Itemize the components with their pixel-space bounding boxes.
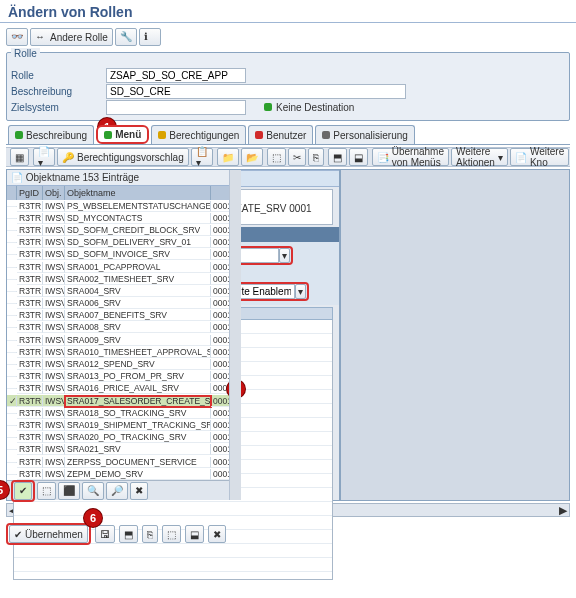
dot-icon [322,131,330,139]
group-legend: Rolle [11,48,40,59]
table-row[interactable]: ✓R3TRIWSVSRA017_SALESORDER_CREATE_SRV000… [7,395,241,407]
arrow-icon: ↔ [35,31,47,43]
table-row[interactable]: R3TRIWSVSRA009_SRV0001 [7,334,241,346]
table-row[interactable]: R3TRIWSVSRA001_PCAPPROVAL0001 [7,261,241,273]
bar-btn[interactable]: 🔎 [106,482,128,500]
table-row[interactable]: R3TRIWSVSRA018_SO_TRACKING_SRV0001 [7,407,241,419]
table-row[interactable]: R3TRIWSVSRA008_SRV0001 [7,322,241,334]
role-field[interactable] [106,68,246,83]
page-title: Ändern von Rollen [0,0,576,22]
table-row[interactable]: R3TRIWSVSRA010_TIMESHEET_APPROVAL_SRV000… [7,346,241,358]
more-node-button[interactable]: 📄Weitere Kno [510,148,569,166]
tab-berechtigungen[interactable]: Berechtigungen [151,125,246,144]
table-row[interactable]: R3TRIWSVSRA002_TIMESHEET_SRV0001 [7,273,241,285]
apply-button[interactable]: ✔ Übernehmen [9,525,88,543]
tab-label: Menü [115,129,141,140]
col-objname[interactable]: Objektname [65,186,211,200]
glasses-icon: 👓 [11,31,23,43]
band-label: Berechtigungsvorschlag [77,152,184,163]
table-row[interactable]: R3TRIWSVSRA020_PO_TRACKING_SRV0001 [7,432,241,444]
obj-head: PgIDObj.Objektname [7,186,241,200]
tab-personalisierung[interactable]: Personalisierung [315,125,415,144]
table-row[interactable]: R3TRIWSVSD_SOFM_DELIVERY_SRV_010001 [7,237,241,249]
table-row[interactable]: R3TRIWSVSRA021_SRV0001 [7,444,241,456]
table-row[interactable]: R3TRIWSVSRA019_SHIPMENT_TRACKING_SRV0001 [7,419,241,431]
col-obj[interactable]: Obj. [43,186,65,200]
menu-takeover-button[interactable]: 📑Übernahme von Menüs [372,148,449,166]
bar-btn[interactable]: ⬛ [58,482,80,500]
bar-btn[interactable]: ⬚ [37,482,56,500]
f4-button[interactable]: ▾ [279,248,290,263]
footer-btn[interactable]: ⬓ [185,525,204,543]
desc-field[interactable] [106,84,406,99]
table-row[interactable]: R3TRIWSVSRA016_PRICE_AVAIL_SRV0001 [7,383,241,395]
table-row[interactable]: R3TRIWSVZERPSS_DOCUMENT_SERVICE0001 [7,456,241,468]
band-btn[interactable]: ⬚ [267,148,286,166]
callout-5: 5 [0,481,9,499]
footer-btn[interactable]: 🖫 [95,525,115,543]
tab-label: Personalisierung [333,130,408,141]
tab-bar: Beschreibung Menü Berechtigungen Benutze… [6,125,570,145]
tab-benutzer[interactable]: Benutzer [248,125,313,144]
table-row[interactable]: R3TRIWSVSRA006_SRV0001 [7,298,241,310]
callout-6: 6 [84,509,102,527]
footer-btn[interactable]: ⬚ [162,525,181,543]
table-row[interactable]: R3TRIWSVSD_SOFM_INVOICE_SRV0001 [7,249,241,261]
band-btn[interactable]: ⎘ [308,148,324,166]
right-pane: 📄 Objektname 153 Einträge PgIDObj.Objekt… [7,170,241,500]
dest-label: Keine Destination [276,102,354,113]
dest-dot [264,102,272,113]
role-label: Rolle [11,70,106,81]
bar-btn[interactable]: 🔍 [82,482,104,500]
dot-icon [15,131,23,139]
tab-label: Berechtigungen [169,130,239,141]
band-btn[interactable]: 📂 [241,148,263,166]
obj-body[interactable]: R3TRIWSVPS_WBSELEMENTSTATUSCHANGE_SRV000… [7,200,241,480]
footer-btn[interactable]: ⬒ [119,525,138,543]
more-actions-button[interactable]: Weitere Aktionen▾ [451,148,508,166]
band-btn[interactable]: ▦ [10,148,29,166]
table-row[interactable]: R3TRIWSVSRA013_PO_FROM_PR_SRV0001 [7,371,241,383]
tool-icon: 🔧 [120,31,132,43]
other-role-label: Andere Rolle [50,32,108,43]
table-row[interactable]: R3TRIWSVSRA007_BENEFITS_SRV0001 [7,310,241,322]
other-role-button[interactable]: ↔Andere Rolle [30,28,113,46]
action-band: ▦ 📄▾ 🔑Berechtigungsvorschlag 📋▾ 📁 📂 ⬚ ✂ … [6,147,570,167]
band-btn[interactable]: ⬒ [328,148,347,166]
table-row[interactable]: R3TRIWSVPS_WBSELEMENTSTATUSCHANGE_SRV000… [7,200,241,212]
auth-proposal-button[interactable]: 🔑Berechtigungsvorschlag [57,148,189,166]
dot-icon [104,131,112,139]
table-row[interactable]: R3TRIWSVSD_MYCONTACTS0001 [7,212,241,224]
table-row[interactable]: R3TRIWSVSRA004_SRV0001 [7,285,241,297]
top-toolbar: 👓 ↔Andere Rolle 🔧 ℹ [0,26,576,48]
band-btn[interactable]: ⬓ [349,148,368,166]
toolbar-btn-b[interactable]: ℹ [139,28,161,46]
desc-label: Beschreibung [11,86,106,97]
obj-bottom-bar: ✔ ⬚ ⬛ 🔍 🔎 ✖ 5 [7,480,241,500]
col-pgid[interactable]: PgID [17,186,43,200]
close-button[interactable]: ✖ [130,482,148,500]
table-row[interactable]: R3TRIWSVSRA012_SPEND_SRV0001 [7,358,241,370]
role-group: Rolle Rolle Beschreibung ZielsystemKeine… [6,52,570,121]
tab-label: Beschreibung [26,130,87,141]
other-view-button[interactable]: 👓 [6,28,28,46]
band-btn[interactable]: 📁 [217,148,239,166]
band-btn[interactable]: 📄▾ [33,148,55,166]
scrollbar[interactable] [229,170,241,500]
table-row[interactable]: R3TRIWSVZEPM_DEMO_SRV0001 [7,468,241,480]
tab-beschreibung[interactable]: Beschreibung [8,125,94,144]
band-label: Weitere Kno [530,146,564,168]
f4-button[interactable]: ▾ [295,284,306,299]
footer-btn[interactable]: ⎘ [142,525,158,543]
footer-close-button[interactable]: ✖ [208,525,226,543]
footer-bar: ✔ Übernehmen 🖫 ⬒ ⎘ ⬚ ⬓ ✖ 6 [6,523,570,545]
toolbar-btn-a[interactable]: 🔧 [115,28,137,46]
table-row[interactable]: R3TRIWSVSD_SOFM_CREDIT_BLOCK_SRV0001 [7,224,241,236]
target-field[interactable] [106,100,246,115]
tab-menu[interactable]: Menü [96,125,149,144]
band-btn[interactable]: 📋▾ [191,148,213,166]
divider [0,22,576,23]
ok-button[interactable]: ✔ [14,482,32,500]
obj-title: 📄 Objektname 153 Einträge [7,170,241,186]
band-btn[interactable]: ✂ [288,148,306,166]
